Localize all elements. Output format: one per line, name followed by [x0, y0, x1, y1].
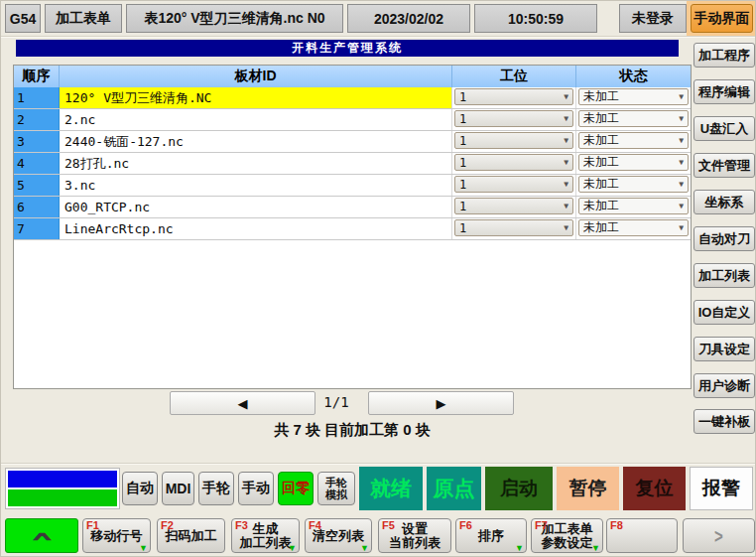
fkey-label: F8	[610, 519, 623, 531]
status-dropdown[interactable]: 未加工▼	[578, 132, 689, 149]
sidebar-item-io-custom[interactable]: IO自定义	[693, 300, 755, 325]
mode-mdi-button[interactable]: MDI	[162, 472, 194, 505]
dropdown-arrow-icon: ▼	[139, 543, 148, 553]
table-row[interactable]: 6 G00_RTCP.nc 1▼ 未加工▼	[14, 197, 691, 218]
sidebar-item-coord-system[interactable]: 坐标系	[693, 190, 755, 214]
station-dropdown[interactable]: 1▼	[454, 88, 573, 105]
plate-id-cell[interactable]: LineArcRtcp.nc	[60, 218, 452, 239]
sidebar-item-program-edit[interactable]: 程序编辑	[693, 79, 755, 104]
plate-id-cell[interactable]: G00_RTCP.nc	[60, 197, 452, 217]
status-dropdown[interactable]: 未加工▼	[578, 219, 689, 236]
manual-interface-button[interactable]: 手动界面	[691, 4, 753, 33]
station-cell: 1▼	[452, 153, 576, 174]
topbar-separator	[1, 36, 756, 38]
fkey-f6-sort[interactable]: F6 排序 ▼	[455, 518, 527, 553]
header-plate-id: 板材ID	[60, 66, 452, 87]
date-display: 2023/02/02	[347, 4, 470, 33]
plate-id-cell[interactable]: 2.nc	[60, 109, 452, 130]
station-dropdown[interactable]: 1▼	[454, 176, 573, 193]
table-row[interactable]: 2 2.nc 1▼ 未加工▼	[14, 109, 691, 131]
station-cell: 1▼	[452, 87, 576, 108]
seq-cell: 2	[14, 109, 60, 130]
fkey-f3-generate-list[interactable]: F3 生成 加工列表 ▼	[231, 518, 300, 553]
next-fkey-page-button[interactable]: >	[683, 518, 755, 553]
status-dropdown[interactable]: 未加工▼	[578, 154, 689, 171]
sidebar-item-auto-tool-setting[interactable]: 自动对刀	[693, 226, 755, 251]
seq-cell: 4	[14, 153, 60, 174]
station-dropdown[interactable]: 1▼	[454, 110, 573, 127]
fkey-f5-set-current-list[interactable]: F5 设置 当前列表	[378, 518, 451, 553]
reset-button[interactable]: 复位	[623, 467, 686, 510]
prev-page-button[interactable]: ◀	[170, 391, 315, 415]
next-page-button[interactable]: ▶	[368, 391, 514, 415]
dropdown-arrow-icon: ▼	[679, 114, 684, 123]
table-row[interactable]: 5 3.nc 1▼ 未加工▼	[14, 175, 691, 197]
fkey-label: F3	[235, 519, 248, 531]
fkey-f8-empty[interactable]: F8	[606, 518, 678, 553]
dropdown-arrow-icon: ▼	[564, 223, 568, 232]
header-status: 状态	[576, 66, 691, 87]
status-dropdown[interactable]: 未加工▼	[578, 198, 689, 214]
mode-handwheel-sim-button[interactable]: 手轮 模拟	[317, 472, 355, 505]
mode-auto-button[interactable]: 自动	[122, 472, 158, 505]
seq-cell: 5	[14, 175, 60, 196]
dropdown-arrow-icon: ▼	[360, 543, 369, 553]
fkey-text-line1: 设置	[402, 522, 428, 536]
time-display: 10:50:59	[474, 4, 597, 33]
sidebar-item-tool-setting[interactable]: 刀具设定	[693, 337, 755, 361]
coord-system-button[interactable]: G54	[5, 4, 41, 33]
status-cell: 未加工▼	[576, 153, 691, 174]
station-dropdown[interactable]: 1▼	[454, 154, 573, 171]
pause-button[interactable]: 暂停	[557, 467, 619, 510]
table-row[interactable]: 4 28打孔.nc 1▼ 未加工▼	[14, 153, 691, 175]
fkey-f1-move-line[interactable]: F1 移动行号 ▼	[82, 518, 151, 553]
sidebar-item-one-key-repair[interactable]: 一键补板	[693, 409, 755, 434]
station-value: 1	[459, 178, 466, 192]
handwheel-sim-line2: 模拟	[325, 488, 347, 500]
fkey-f7-form-params[interactable]: F7 加工表单 参数设定 ▼	[531, 518, 603, 553]
collapse-button[interactable]: ∧	[5, 518, 78, 553]
table-row[interactable]: 1 120° V型刀三维清角.NC 1▼ 未加工▼	[14, 87, 691, 109]
station-value: 1	[459, 200, 466, 213]
plate-id-cell[interactable]: 120° V型刀三维清角.NC	[60, 87, 452, 108]
progress-indicator	[5, 468, 120, 509]
fkey-f4-clear-list[interactable]: F4 清空列表 ▼	[305, 518, 372, 553]
sidebar-item-processing-program[interactable]: 加工程序	[693, 43, 755, 68]
sidebar-item-processing-list[interactable]: 加工列表	[693, 263, 755, 288]
fkey-f2-scan-process[interactable]: F2 扫码加工	[157, 518, 225, 553]
plate-id-cell[interactable]: 3.nc	[60, 175, 452, 196]
status-dropdown[interactable]: 未加工▼	[578, 88, 689, 105]
mode-home-button[interactable]: 回零	[278, 472, 314, 505]
sidebar-item-usb-import[interactable]: U盘汇入	[693, 116, 755, 141]
status-cell: 未加工▼	[576, 175, 691, 196]
status-dropdown[interactable]: 未加工▼	[578, 110, 689, 127]
station-dropdown[interactable]: 1▼	[454, 198, 573, 214]
table-row[interactable]: 7 LineArcRtcp.nc 1▼ 未加工▼	[14, 218, 691, 240]
fkey-text-line2: 加工列表	[240, 536, 292, 550]
login-status-button[interactable]: 未登录	[619, 4, 687, 33]
station-dropdown[interactable]: 1▼	[454, 219, 573, 236]
statusbar-separator	[1, 463, 756, 465]
fkey-text-line1: 排序	[478, 529, 504, 543]
fkey-text-line2: 参数设定	[542, 536, 593, 550]
status-value: 未加工	[583, 176, 619, 193]
sidebar-item-user-diagnosis[interactable]: 用户诊断	[693, 373, 755, 398]
status-value: 未加工	[583, 198, 619, 214]
mode-handwheel-button[interactable]: 手轮	[198, 472, 234, 505]
fkey-label: F7	[535, 519, 548, 531]
table-header-row: 顺序 板材ID 工位 状态	[14, 66, 691, 87]
mode-manual-button[interactable]: 手动	[238, 472, 274, 505]
processing-form-button[interactable]: 加工表单	[45, 4, 122, 33]
table-row[interactable]: 3 2440-铣面-127.nc 1▼ 未加工▼	[14, 131, 691, 153]
start-button[interactable]: 启动	[485, 467, 553, 510]
fkey-label: F2	[161, 519, 174, 531]
dropdown-arrow-icon: ▼	[679, 136, 684, 145]
sidebar-item-file-manager[interactable]: 文件管理	[693, 153, 755, 178]
status-dropdown[interactable]: 未加工▼	[578, 176, 689, 193]
prev-page-icon: ◀	[238, 396, 248, 411]
plate-id-cell[interactable]: 28打孔.nc	[60, 153, 452, 174]
plate-id-cell[interactable]: 2440-铣面-127.nc	[60, 131, 452, 152]
alarm-button[interactable]: 报警	[690, 467, 753, 510]
origin-indicator: 原点	[427, 467, 481, 510]
station-dropdown[interactable]: 1▼	[454, 132, 573, 149]
